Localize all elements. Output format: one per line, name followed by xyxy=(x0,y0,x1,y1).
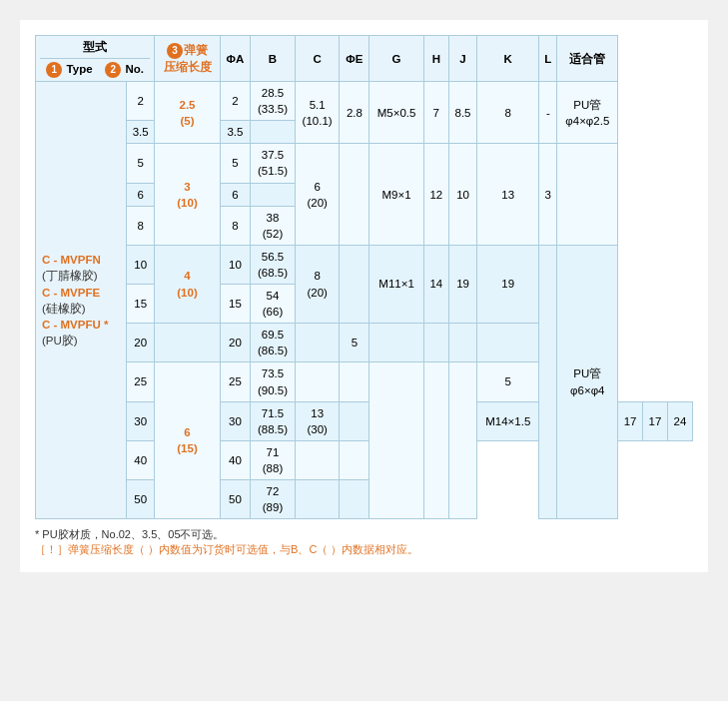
table-cell xyxy=(251,183,296,206)
table-cell xyxy=(295,479,340,518)
header-J: J xyxy=(448,36,477,82)
table-row: 104(10)1056.5(68.5)8(20)M11×1141919PU管φ6… xyxy=(36,245,693,284)
table-cell: 3 xyxy=(539,144,557,245)
table-cell: 24 xyxy=(667,401,692,440)
table-cell: 14 xyxy=(423,245,448,323)
table-cell: 3.5 xyxy=(126,121,155,144)
table-cell: 4(10) xyxy=(155,245,220,323)
header-K: K xyxy=(477,36,539,82)
table-cell: 8.5 xyxy=(448,82,477,144)
table-cell: 15 xyxy=(126,285,155,324)
table-cell xyxy=(423,362,448,519)
table-cell: 6(20) xyxy=(295,144,340,245)
table-cell: PU管φ6×φ4 xyxy=(557,245,618,518)
table-cell: 17 xyxy=(643,401,668,440)
table-row: C - MVPFN(丁腈橡胶)C - MVPFE(硅橡胶)C - MVPFU *… xyxy=(36,82,693,121)
table-cell xyxy=(295,324,340,362)
table-cell: 5.1(10.1) xyxy=(295,82,340,144)
table-cell: 2.5(5) xyxy=(155,82,220,144)
table-cell: 13(30) xyxy=(295,401,340,440)
table-cell: 50 xyxy=(220,479,251,518)
table-cell: 38(52) xyxy=(251,206,296,245)
table-cell: 20 xyxy=(220,324,251,362)
table-cell: 7 xyxy=(423,82,448,144)
table-row: 53(10)537.5(51.5)6(20)M9×11210133 xyxy=(36,144,693,183)
table-cell: 71.5(88.5) xyxy=(251,401,296,440)
table-cell xyxy=(369,362,424,519)
header-pipe: 适合管 xyxy=(557,36,618,82)
header-row: 型式 1 Type 2 No. 3弹簧压缩长度 xyxy=(36,36,693,82)
table-cell: 8 xyxy=(126,206,155,245)
col-type-label: 型式 xyxy=(83,41,107,53)
table-cell: 5 xyxy=(220,144,251,183)
table-cell: 30 xyxy=(126,401,155,440)
table-cell: 56.5(68.5) xyxy=(251,245,296,284)
table-cell: 10 xyxy=(220,245,251,284)
table-cell: M9×1 xyxy=(369,144,424,245)
table-cell: 2.8 xyxy=(340,82,369,144)
table-cell: 8 xyxy=(477,82,539,144)
table-cell: 40 xyxy=(220,440,251,479)
circle-3: 3 xyxy=(167,43,183,59)
type-header: 1 Type xyxy=(46,61,92,78)
table-cell: 28.5(33.5) xyxy=(251,82,296,121)
table-cell xyxy=(539,245,557,518)
table-cell: 71(88) xyxy=(251,440,296,479)
table-cell: 3.5 xyxy=(220,121,251,144)
table-cell: 50 xyxy=(126,479,155,518)
table-cell: 12 xyxy=(423,144,448,245)
circle-1: 1 xyxy=(46,62,62,78)
table-cell: 19 xyxy=(477,245,539,323)
note2: ［！］弹簧压缩长度（ ）内数值为订货时可选值，与B、C（ ）内数据相对应。 xyxy=(35,542,693,557)
table-cell xyxy=(423,324,448,362)
table-cell: 17 xyxy=(618,401,643,440)
table-cell xyxy=(340,362,369,401)
table-cell xyxy=(448,362,477,519)
table-cell: 5 xyxy=(126,144,155,183)
table-cell xyxy=(340,440,369,479)
notes: * PU胶材质，No.02、3.5、05不可选。 ［！］弹簧压缩长度（ ）内数值… xyxy=(35,527,693,557)
table-cell xyxy=(340,144,369,245)
table-cell xyxy=(340,479,369,518)
table-cell: 30 xyxy=(220,401,251,440)
header-spring: 3弹簧压缩长度 xyxy=(155,36,220,82)
spec-table: 型式 1 Type 2 No. 3弹簧压缩长度 xyxy=(35,35,693,519)
table-cell: 6 xyxy=(126,183,155,206)
header-B: B xyxy=(251,36,296,82)
table-cell: 5 xyxy=(477,362,539,401)
header-L: L xyxy=(539,36,557,82)
table-cell: 10 xyxy=(126,245,155,284)
note2-prefix: ［！］弹簧压缩长度（ ）内数值为订货时可选值，与B、C（ ）内数据相对应。 xyxy=(35,543,418,555)
table-cell: 3(10) xyxy=(155,144,220,245)
table-cell: 54(66) xyxy=(251,285,296,324)
header-H: H xyxy=(423,36,448,82)
table-cell: 8 xyxy=(220,206,251,245)
note1: * PU胶材质，No.02、3.5、05不可选。 xyxy=(35,527,693,542)
table-cell xyxy=(340,401,369,440)
table-cell xyxy=(448,324,477,362)
header-type: 型式 1 Type 2 No. xyxy=(36,36,155,82)
table-cell: 40 xyxy=(126,440,155,479)
table-cell: 20 xyxy=(126,324,155,362)
header-phiE: ΦE xyxy=(340,36,369,82)
table-cell xyxy=(251,121,296,144)
header-G: G xyxy=(369,36,424,82)
table-cell: 37.5(51.5) xyxy=(251,144,296,183)
table-cell: 15 xyxy=(220,285,251,324)
table-cell xyxy=(295,362,340,401)
table-cell xyxy=(477,324,539,362)
table-cell xyxy=(369,324,424,362)
table-cell: 2 xyxy=(126,82,155,121)
table-cell: 69.5(86.5) xyxy=(251,324,296,362)
table-cell: 6(15) xyxy=(155,362,220,519)
table-cell: 6 xyxy=(220,183,251,206)
table-cell: PU管φ4×φ2.5 xyxy=(557,82,618,144)
table-cell: 73.5(90.5) xyxy=(251,362,296,401)
table-cell: M14×1.5 xyxy=(477,401,539,440)
table-cell: 25 xyxy=(220,362,251,401)
page-container: 型式 1 Type 2 No. 3弹簧压缩长度 xyxy=(20,20,708,572)
table-cell xyxy=(295,440,340,479)
header-C: C xyxy=(295,36,340,82)
table-cell xyxy=(557,144,618,245)
table-cell xyxy=(155,324,220,362)
